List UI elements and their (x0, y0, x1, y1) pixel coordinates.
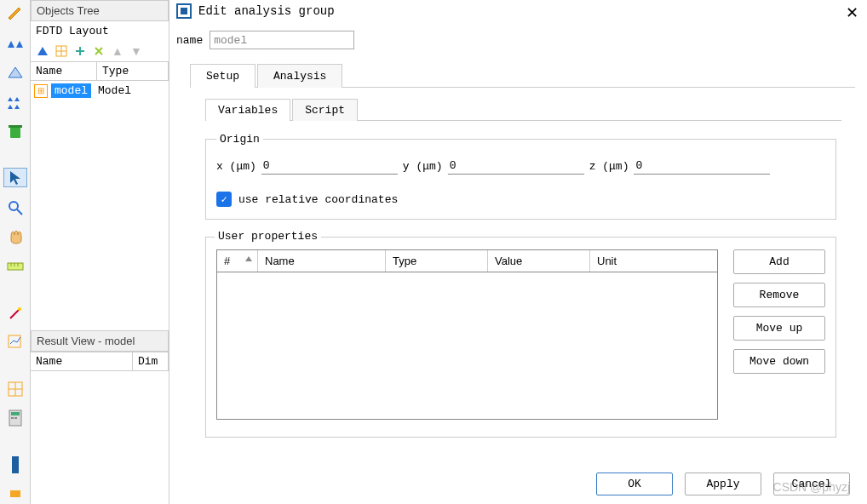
bar-orange-icon[interactable] (3, 484, 27, 504)
tree-col-name[interactable]: Name (31, 62, 97, 80)
svg-point-9 (18, 307, 21, 311)
tree-node-name: model (51, 83, 91, 98)
y-input[interactable] (448, 158, 584, 175)
wand-icon[interactable] (3, 303, 27, 323)
col-value[interactable]: Value (488, 250, 590, 272)
close-icon[interactable]: ✕ (846, 3, 858, 22)
pencil-icon[interactable] (3, 3, 27, 23)
tree-header: Name Type (31, 61, 169, 81)
movedown-button[interactable]: Move down (733, 349, 825, 374)
objects-mini-toolbar: ▲ ▼ (31, 41, 169, 61)
y-label: y (μm) (403, 160, 443, 173)
tree-col-type[interactable]: Type (97, 62, 169, 80)
mini-expand-icon[interactable] (72, 43, 89, 60)
svg-rect-17 (14, 417, 17, 419)
svg-line-8 (10, 310, 19, 318)
dialog-icon (176, 3, 192, 19)
z-input[interactable] (634, 158, 770, 175)
mini-down-icon[interactable]: ▼ (128, 43, 145, 60)
mini-grid-icon[interactable] (53, 43, 70, 60)
mini-triangle-icon[interactable] (34, 43, 51, 60)
hand-icon[interactable] (3, 227, 27, 247)
svg-rect-18 (12, 456, 19, 473)
tab-script[interactable]: Script (292, 99, 358, 121)
result-col-dim[interactable]: Dim (133, 352, 169, 370)
svg-point-2 (9, 202, 18, 210)
main-tabs: Setup Analysis (190, 63, 855, 88)
svg-line-3 (17, 209, 22, 215)
moveup-button[interactable]: Move up (733, 316, 825, 341)
x-input[interactable] (261, 158, 398, 175)
result-view-title: Result View - model (31, 330, 169, 352)
svg-rect-19 (10, 490, 20, 497)
objects-tree-title: Objects Tree (31, 0, 169, 21)
name-label: name (176, 34, 203, 47)
model-node-icon: ⊞ (34, 84, 48, 98)
mini-up-icon[interactable]: ▲ (109, 43, 126, 60)
user-properties-fieldset: User properties # Name Type Value Unit A… (205, 237, 836, 438)
edit-analysis-dialog: Edit analysis group ✕ name Setup Analysi… (169, 0, 867, 504)
inner-tabs: Variables Script (205, 98, 841, 121)
tab-variables[interactable]: Variables (205, 99, 290, 121)
ruler-icon[interactable] (3, 257, 27, 277)
svg-rect-0 (10, 127, 20, 138)
userprops-table[interactable]: # Name Type Value Unit (216, 249, 718, 420)
svg-rect-16 (11, 417, 14, 419)
add-button[interactable]: Add (733, 249, 825, 274)
svg-rect-1 (9, 125, 22, 128)
ok-button[interactable]: OK (596, 472, 673, 495)
relative-coords-label: use relative coordinates (238, 193, 398, 206)
left-toolbar (0, 0, 31, 504)
triangles-grid-icon[interactable] (3, 92, 27, 112)
z-label: z (μm) (589, 160, 629, 173)
grid-orange-icon[interactable] (3, 379, 27, 398)
result-header: Name Dim (31, 352, 169, 371)
relative-coords-checkbox[interactable]: ✓ (216, 192, 232, 207)
calculator-icon[interactable] (3, 409, 27, 428)
name-input[interactable] (210, 31, 354, 49)
zoom-icon[interactable] (3, 198, 27, 217)
dialog-titlebar: Edit analysis group (169, 0, 867, 22)
triangles-icon[interactable] (3, 33, 27, 53)
col-num[interactable]: # (217, 250, 258, 272)
dialog-bottom-buttons: OK Apply Cancel (596, 472, 850, 495)
origin-fieldset: Origin x (μm) y (μm) z (μm) ✓ use relati… (205, 133, 836, 220)
col-name[interactable]: Name (258, 250, 386, 272)
chart-pencil-icon[interactable] (3, 333, 27, 352)
bar-blue-icon[interactable] (3, 455, 27, 474)
cursor-icon[interactable] (3, 168, 27, 187)
svg-rect-15 (11, 412, 20, 415)
trash-icon[interactable] (3, 122, 27, 141)
tree-node-type: Model (98, 84, 131, 97)
userprops-buttons: Add Remove Move up Move down (733, 249, 825, 420)
apply-button[interactable]: Apply (685, 472, 761, 495)
col-unit[interactable]: Unit (590, 250, 717, 272)
result-col-name[interactable]: Name (31, 352, 133, 370)
remove-button[interactable]: Remove (733, 283, 825, 307)
mini-cross-icon[interactable] (90, 43, 107, 60)
x-label: x (μm) (216, 160, 256, 173)
dialog-title-text: Edit analysis group (198, 4, 335, 18)
tree-row-model[interactable]: ⊞ model Model (31, 81, 169, 100)
userprops-legend: User properties (215, 230, 321, 243)
tab-setup[interactable]: Setup (190, 64, 256, 88)
tab-analysis[interactable]: Analysis (257, 64, 342, 88)
fdtd-layout-label: FDTD Layout (31, 21, 169, 41)
triangle-light-icon[interactable] (3, 63, 27, 83)
origin-legend: Origin (216, 133, 263, 146)
svg-rect-4 (8, 263, 23, 270)
col-type[interactable]: Type (386, 250, 488, 272)
cancel-button[interactable]: Cancel (773, 472, 850, 495)
left-panel: Objects Tree FDTD Layout ▲ ▼ Name Type ⊞… (31, 0, 169, 504)
